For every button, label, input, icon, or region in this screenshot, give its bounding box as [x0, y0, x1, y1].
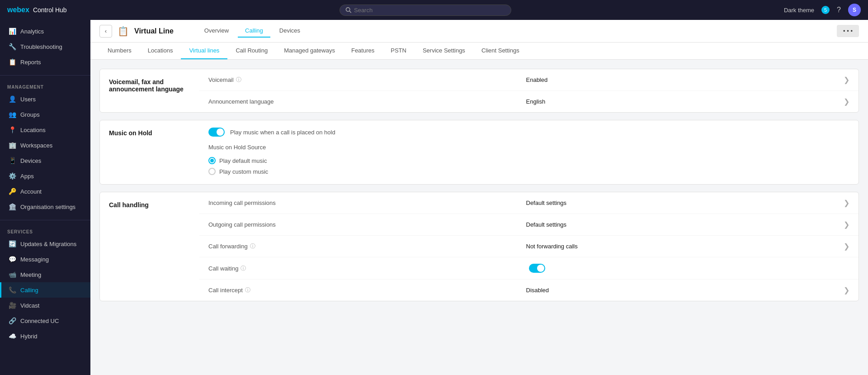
sub-tab-call-routing[interactable]: Call Routing	[227, 43, 276, 59]
sidebar-item-updates[interactable]: 🔄 Updates & Migrations	[0, 236, 90, 252]
incoming-permissions-label: Incoming call permissions	[208, 199, 526, 206]
call-waiting-text: Call waiting	[208, 265, 238, 272]
outgoing-permissions-label: Outgoing call permissions	[208, 221, 526, 228]
search-icon	[345, 7, 351, 13]
sub-tab-client-settings[interactable]: Client Settings	[473, 43, 528, 59]
radio-custom-label: Play custom music	[219, 168, 268, 175]
music-hold-content-col: Play music when a call is placed on hold…	[199, 120, 859, 184]
page-tabs: Overview Calling Devices	[197, 24, 307, 38]
sidebar-item-label-apps: Apps	[20, 173, 34, 180]
sidebar-item-account[interactable]: 🔑 Account	[0, 184, 90, 199]
sub-tab-features[interactable]: Features	[343, 43, 382, 59]
notification-count[interactable]: 5	[821, 6, 830, 14]
sidebar-item-organisation[interactable]: 🏛️ Organisation settings	[0, 199, 90, 214]
call-intercept-value: Disabled	[526, 287, 844, 294]
more-options-button[interactable]: • • •	[837, 25, 859, 37]
avatar[interactable]: S	[848, 4, 861, 16]
sidebar-services-section: SERVICES 🔄 Updates & Migrations 💬 Messag…	[0, 222, 90, 347]
announcement-language-label: Announcement language	[208, 98, 526, 105]
call-forwarding-label: Call forwarding ⓘ	[208, 242, 526, 250]
sidebar-item-analytics[interactable]: 📊 Analytics	[0, 24, 90, 39]
theme-label: Dark theme	[784, 7, 814, 14]
sidebar-item-devices[interactable]: 📱 Devices	[0, 153, 90, 168]
voicemail-section: Voicemail, fax and announcement language…	[100, 69, 859, 112]
call-waiting-value	[529, 264, 849, 273]
sidebar-item-locations[interactable]: 📍 Locations	[0, 122, 90, 138]
outgoing-permissions-row: Outgoing call permissions Default settin…	[199, 214, 859, 236]
tab-overview[interactable]: Overview	[197, 24, 236, 38]
account-icon: 🔑	[9, 188, 16, 195]
incoming-permissions-row: Incoming call permissions Default settin…	[199, 192, 859, 214]
hybrid-icon: ☁️	[9, 332, 16, 340]
search-bar[interactable]	[340, 5, 511, 16]
back-button[interactable]: ‹	[99, 25, 112, 38]
incoming-permissions-chevron-icon[interactable]: ❯	[844, 199, 849, 207]
voicemail-chevron-icon[interactable]: ❯	[844, 76, 849, 84]
sidebar-item-troubleshooting[interactable]: 🔧 Troubleshooting	[0, 39, 90, 54]
sub-tab-pstn[interactable]: PSTN	[382, 43, 415, 59]
announcement-language-text: Announcement language	[208, 98, 274, 105]
sub-tab-locations[interactable]: Locations	[140, 43, 181, 59]
call-handling-content-col: Incoming call permissions Default settin…	[199, 192, 859, 301]
voicemail-section-title: Voicemail, fax and announcement language	[109, 78, 184, 93]
sidebar-item-connected-uc[interactable]: 🔗 Connected UC	[0, 313, 90, 328]
radio-custom-music[interactable]: Play custom music	[208, 166, 849, 177]
sidebar-item-label-locations: Locations	[20, 127, 46, 133]
announcement-language-row: Announcement language English ❯	[199, 91, 859, 112]
call-intercept-label: Call intercept ⓘ	[208, 286, 526, 294]
announcement-language-value: English	[526, 98, 844, 105]
sidebar-item-apps[interactable]: ⚙️ Apps	[0, 168, 90, 184]
logo: webex	[7, 6, 29, 14]
sidebar-item-workspaces[interactable]: 🏢 Workspaces	[0, 138, 90, 153]
page-title: Virtual Line	[134, 27, 174, 35]
call-forwarding-info-icon[interactable]: ⓘ	[250, 242, 255, 250]
sidebar-item-label-troubleshooting: Troubleshooting	[20, 43, 62, 50]
voicemail-row: Voicemail ⓘ Enabled ❯	[199, 69, 859, 91]
content-scroll: Voicemail, fax and announcement language…	[90, 60, 868, 375]
sidebar-item-vidcast[interactable]: 🎥 Vidcast	[0, 298, 90, 313]
call-waiting-toggle[interactable]	[529, 264, 545, 273]
call-intercept-row: Call intercept ⓘ Disabled ❯	[199, 280, 859, 301]
voicemail-card: Voicemail, fax and announcement language…	[99, 69, 859, 113]
sidebar-item-hybrid[interactable]: ☁️ Hybrid	[0, 328, 90, 344]
connected-uc-icon: 🔗	[9, 317, 16, 324]
sub-tab-managed-gateways[interactable]: Managed gateways	[276, 43, 343, 59]
call-intercept-text: Call intercept	[208, 287, 243, 294]
music-hold-toggle-label: Play music when a call is placed on hold	[230, 129, 335, 136]
call-waiting-info-icon[interactable]: ⓘ	[241, 265, 246, 272]
messaging-icon: 💬	[9, 256, 16, 263]
search-input[interactable]	[354, 7, 505, 14]
sidebar-item-reports[interactable]: 📋 Reports	[0, 54, 90, 70]
music-hold-toggle[interactable]	[208, 128, 225, 137]
sidebar-item-calling[interactable]: 📞 Calling	[0, 282, 90, 298]
sub-tab-numbers[interactable]: Numbers	[99, 43, 140, 59]
call-intercept-chevron-icon[interactable]: ❯	[844, 286, 849, 294]
workspaces-icon: 🏢	[9, 142, 16, 149]
radio-default-music[interactable]: Play default music	[208, 155, 849, 166]
call-forwarding-chevron-icon[interactable]: ❯	[844, 242, 849, 251]
sidebar-item-label-reports: Reports	[20, 59, 41, 66]
sidebar-item-label-hybrid: Hybrid	[20, 333, 38, 340]
sub-tab-service-settings[interactable]: Service Settings	[415, 43, 473, 59]
call-intercept-info-icon[interactable]: ⓘ	[245, 286, 250, 294]
sidebar-item-groups[interactable]: 👥 Groups	[0, 107, 90, 122]
voicemail-label-text: Voicemail	[208, 76, 234, 83]
breadcrumb-icon: 📋	[118, 26, 129, 37]
tab-calling[interactable]: Calling	[238, 24, 270, 38]
tab-devices[interactable]: Devices	[272, 24, 307, 38]
announcement-language-chevron-icon[interactable]: ❯	[844, 97, 849, 106]
outgoing-permissions-chevron-icon[interactable]: ❯	[844, 220, 849, 229]
sub-tab-virtual-lines[interactable]: Virtual lines	[181, 43, 227, 59]
svg-line-1	[349, 11, 351, 12]
call-forwarding-value: Not forwarding calls	[526, 243, 844, 250]
sidebar-item-label-meeting: Meeting	[20, 271, 41, 278]
sidebar-item-users[interactable]: 👤 Users	[0, 91, 90, 107]
services-label: SERVICES	[0, 226, 90, 236]
sidebar-item-messaging[interactable]: 💬 Messaging	[0, 252, 90, 267]
voicemail-info-icon[interactable]: ⓘ	[236, 76, 241, 84]
users-icon: 👤	[9, 95, 16, 103]
sidebar-item-meeting[interactable]: 📹 Meeting	[0, 267, 90, 282]
help-icon[interactable]: ?	[837, 6, 841, 14]
call-waiting-row: Call waiting ⓘ	[199, 257, 859, 280]
sidebar-top-section: 📊 Analytics 🔧 Troubleshooting 📋 Reports	[0, 20, 90, 73]
